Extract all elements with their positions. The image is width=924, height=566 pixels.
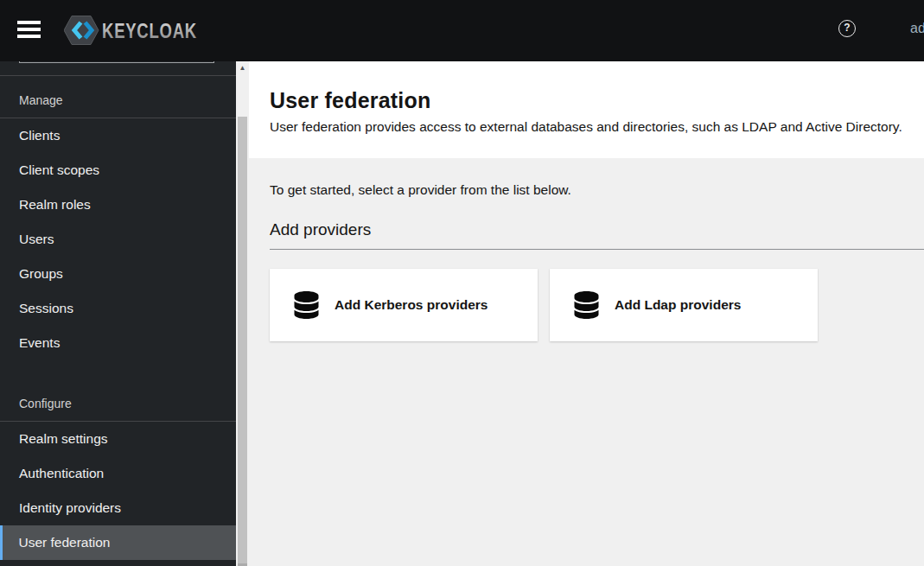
- sidebar-item-clients[interactable]: Clients: [0, 118, 236, 153]
- database-icon: [574, 291, 599, 319]
- sidebar-item-user-federation[interactable]: User federation: [0, 525, 236, 560]
- hamburger-menu-icon[interactable]: [17, 21, 41, 38]
- sidebar-item-realm-roles[interactable]: Realm roles: [0, 188, 236, 222]
- sidebar-item-users[interactable]: Users: [0, 222, 236, 257]
- svg-text:KEYCLOAK: KEYCLOAK: [102, 19, 197, 42]
- scrollbar-thumb[interactable]: [238, 117, 247, 566]
- realm-selector[interactable]: [0, 61, 236, 76]
- database-icon: [294, 291, 319, 319]
- nav-section-manage: Manage: [0, 76, 236, 118]
- scroll-up-icon[interactable]: ▲: [236, 61, 249, 75]
- keycloak-logo[interactable]: KEYCLOAK: [64, 13, 199, 48]
- add-providers-heading: Add providers: [270, 220, 924, 239]
- help-icon[interactable]: ?: [838, 20, 856, 37]
- add-ldap-card[interactable]: Add Ldap providers: [550, 269, 818, 341]
- main-content: User federation User federation provides…: [249, 61, 924, 566]
- nav-section-configure: Configure: [0, 379, 236, 422]
- sidebar-item-sessions[interactable]: Sessions: [0, 291, 236, 326]
- keycloak-admin-console: KEYCLOAK ? ad Manage Clients Client scop…: [0, 0, 924, 566]
- user-menu[interactable]: ad: [910, 21, 924, 36]
- provider-cards: Add Kerberos providers Add Ldap provider…: [270, 269, 924, 341]
- providers-heading-divider: Add providers: [270, 220, 924, 250]
- sidebar-scrollbar[interactable]: ▲: [236, 61, 249, 566]
- page-subtitle: User federation provides access to exter…: [270, 119, 903, 135]
- realm-selector-border: [19, 61, 214, 63]
- sidebar-item-identity-providers[interactable]: Identity providers: [0, 491, 236, 525]
- sidebar-nav: Manage Clients Client scopes Realm roles…: [0, 61, 236, 566]
- sidebar-item-realm-settings[interactable]: Realm settings: [0, 422, 236, 456]
- card-label: Add Ldap providers: [615, 297, 741, 313]
- card-label: Add Kerberos providers: [335, 297, 487, 313]
- sidebar-item-groups[interactable]: Groups: [0, 257, 236, 291]
- page-title: User federation: [270, 88, 903, 113]
- add-kerberos-card[interactable]: Add Kerberos providers: [270, 269, 538, 341]
- masthead: KEYCLOAK ? ad: [0, 0, 924, 61]
- sidebar-item-client-scopes[interactable]: Client scopes: [0, 153, 236, 188]
- page-content: To get started, select a provider from t…: [249, 158, 924, 566]
- page-header: User federation User federation provides…: [249, 61, 924, 158]
- intro-text: To get started, select a provider from t…: [270, 182, 924, 198]
- sidebar-item-events[interactable]: Events: [0, 326, 236, 360]
- sidebar-item-authentication[interactable]: Authentication: [0, 456, 236, 491]
